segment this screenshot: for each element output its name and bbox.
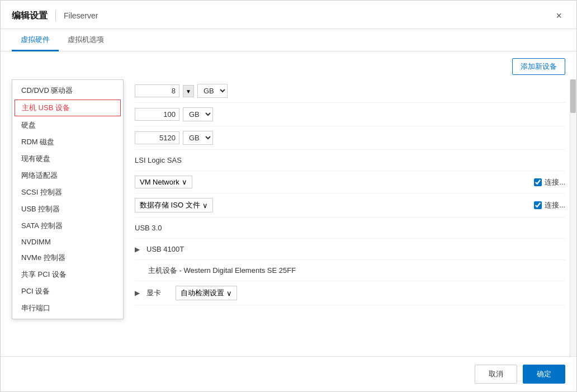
disk3-value: GB MB TB — [135, 131, 565, 145]
dropdown-item-harddisk[interactable]: 硬盘 — [12, 117, 123, 134]
cdrom-connect-checkbox[interactable] — [534, 201, 542, 209]
scsi-value: LSI Logic SAS — [135, 156, 565, 164]
dialog-title: 编辑设置 — [12, 10, 48, 22]
content-area: CD/DVD 驱动器 主机 USB 设备 硬盘 RDM 磁盘 现有硬盘 网络适配… — [1, 79, 576, 356]
form-row-disk2: GB MB TB — [135, 103, 565, 126]
usb-device-collapse-icon[interactable]: ▶ — [135, 245, 140, 253]
cdrom-source-select[interactable]: 数据存储 ISO 文件 ∨ — [135, 198, 213, 212]
graphics-collapse-icon[interactable]: ▶ — [135, 289, 140, 297]
dropdown-item-shared-pci[interactable]: 共享 PCI 设备 — [12, 266, 123, 283]
form-row-disk1: ▼ GB MB TB — [135, 79, 565, 103]
confirm-button[interactable]: 确定 — [523, 365, 565, 384]
add-device-button[interactable]: 添加新设备 — [512, 58, 565, 75]
dropdown-item-usb-host[interactable]: 主机 USB 设备 — [15, 100, 121, 116]
dialog-footer: 取消 确定 — [1, 356, 576, 391]
graphics-chevron-icon: ∨ — [226, 289, 232, 297]
host-device-value: 主机设备 - Western Digital Elements SE 25FF — [135, 266, 565, 276]
disk1-size-input[interactable] — [135, 84, 179, 97]
dropdown-item-nvme[interactable]: NVMe 控制器 — [12, 249, 123, 266]
form-row-host-device: 主机设备 - Western Digital Elements SE 25FF — [135, 260, 565, 281]
graphics-mode-label: 自动检测设置 — [181, 288, 224, 298]
disk2-unit-select[interactable]: GB MB TB — [183, 107, 213, 121]
network-value: VM Network ∨ 连接... — [135, 176, 565, 188]
disk2-value: GB MB TB — [135, 107, 565, 121]
network-label: VM Network — [140, 178, 179, 186]
usb-controller-text: USB 3.0 — [135, 224, 162, 232]
edit-settings-dialog: 编辑设置 Fileserver × 虚拟硬件 虚拟机选项 添加新设备 CD/DV… — [0, 0, 577, 392]
scrollbar-track[interactable] — [570, 79, 576, 356]
disk2-size-input[interactable] — [135, 108, 179, 121]
tab-virtual-hardware[interactable]: 虚拟硬件 — [12, 29, 59, 51]
dropdown-item-serial[interactable]: 串行端口 — [12, 300, 123, 317]
scrollbar-thumb[interactable] — [570, 79, 576, 113]
tab-vm-options[interactable]: 虚拟机选项 — [59, 29, 113, 51]
header-separator — [55, 10, 56, 21]
usb-device-label: USB 4100T — [146, 245, 184, 253]
dropdown-item-sata[interactable]: SATA 控制器 — [12, 218, 123, 234]
form-row-graphics: ▶ 显卡 自动检测设置 ∨ — [135, 281, 565, 305]
cdrom-connect-label: 连接... — [545, 200, 565, 210]
form-row-scsi-controller: LSI Logic SAS — [135, 150, 565, 171]
cdrom-source-label: 数据存储 ISO 文件 — [140, 200, 200, 210]
disk1-dropdown-arrow[interactable]: ▼ — [183, 85, 194, 97]
disk3-size-input[interactable] — [135, 131, 179, 144]
disk1-unit-select[interactable]: GB MB TB — [197, 84, 228, 98]
dropdown-item-existing-disk[interactable]: 现有硬盘 — [12, 150, 123, 167]
dialog-subtitle: Fileserver — [64, 11, 98, 20]
graphics-value: ▶ 显卡 自动检测设置 ∨ — [135, 286, 565, 300]
disk1-value: ▼ GB MB TB — [135, 84, 565, 98]
form-row-disk3: GB MB TB — [135, 126, 565, 150]
tabs-bar: 虚拟硬件 虚拟机选项 — [1, 29, 576, 51]
dropdown-item-nvdimm[interactable]: NVDIMM — [12, 234, 123, 249]
form-row-network: VM Network ∨ 连接... — [135, 171, 565, 193]
dropdown-item-pci[interactable]: PCI 设备 — [12, 283, 123, 300]
usb-controller-value: USB 3.0 — [135, 224, 565, 232]
cdrom-chevron-icon: ∨ — [202, 201, 208, 210]
scsi-text: LSI Logic SAS — [135, 156, 182, 164]
network-connect-label: 连接... — [545, 177, 565, 187]
cdrom-connect-wrap: 连接... — [534, 200, 565, 210]
dropdown-item-cddvd[interactable]: CD/DVD 驱动器 — [12, 82, 123, 99]
toolbar: 添加新设备 — [1, 51, 576, 79]
cdrom-value: 数据存储 ISO 文件 ∨ 连接... — [135, 198, 565, 212]
close-button[interactable]: × — [552, 10, 565, 22]
form-row-usb-device: ▶ USB 4100T — [135, 239, 565, 260]
graphics-label: 显卡 — [146, 288, 161, 298]
dropdown-item-rdm[interactable]: RDM 磁盘 — [12, 134, 123, 150]
dropdown-item-network-adapter[interactable]: 网络适配器 — [12, 167, 123, 184]
graphics-mode-select[interactable]: 自动检测设置 ∨ — [176, 286, 237, 300]
disk3-unit-select[interactable]: GB MB TB — [183, 131, 213, 145]
form-row-usb-controller: USB 3.0 — [135, 218, 565, 239]
network-select[interactable]: VM Network ∨ — [135, 176, 192, 188]
form-row-cdrom: 数据存储 ISO 文件 ∨ 连接... — [135, 193, 565, 218]
host-device-text: 主机设备 - Western Digital Elements SE 25FF — [148, 266, 296, 276]
dropdown-item-usb-controller[interactable]: USB 控制器 — [12, 201, 123, 218]
network-connect-checkbox[interactable] — [534, 178, 542, 186]
add-device-dropdown: CD/DVD 驱动器 主机 USB 设备 硬盘 RDM 磁盘 现有硬盘 网络适配… — [12, 79, 124, 319]
hardware-form: ▼ GB MB TB GB MB — [124, 79, 576, 356]
dialog-body: 添加新设备 CD/DVD 驱动器 主机 USB 设备 硬盘 RDM 磁盘 现有硬… — [1, 51, 576, 356]
usb-device-row: ▶ USB 4100T — [135, 245, 565, 253]
dialog-header: 编辑设置 Fileserver × — [1, 1, 576, 29]
dropdown-item-scsi[interactable]: SCSI 控制器 — [12, 184, 123, 201]
network-connect-wrap: 连接... — [534, 177, 565, 187]
network-chevron-icon: ∨ — [182, 178, 187, 186]
cancel-button[interactable]: 取消 — [475, 365, 517, 384]
